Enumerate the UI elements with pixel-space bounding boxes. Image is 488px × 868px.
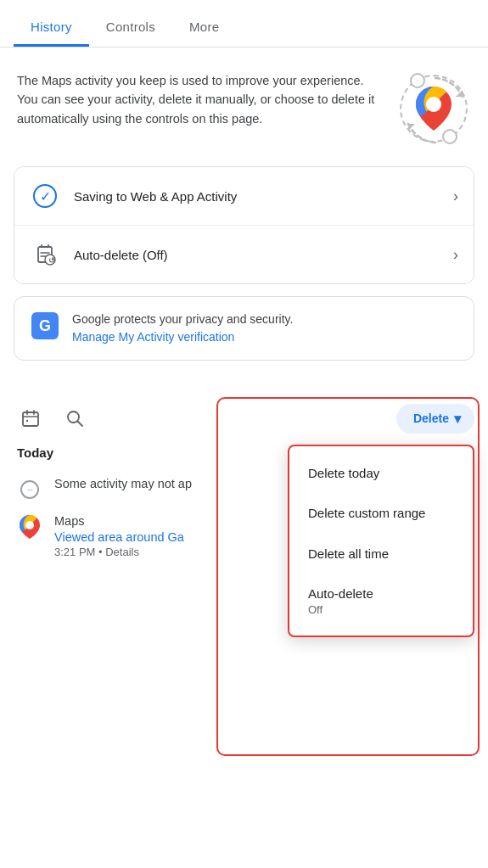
svg-line-16 bbox=[78, 422, 83, 427]
gray-dot-icon bbox=[20, 480, 39, 499]
svg-point-14 bbox=[26, 420, 28, 422]
maps-activity-separator: • bbox=[98, 546, 105, 558]
svg-text:↺: ↺ bbox=[48, 256, 55, 265]
activity-info-text: Some activity may not ap bbox=[54, 477, 192, 490]
maps-activity-time: 3:21 PM bbox=[54, 546, 95, 558]
check-circle-icon: ✓ bbox=[30, 181, 60, 211]
hero-section: The Maps activity you keep is used to im… bbox=[0, 48, 488, 166]
web-app-activity-label: Saving to Web & App Activity bbox=[74, 189, 453, 204]
auto-delete-sub-text: Off bbox=[308, 603, 454, 618]
hero-description: The Maps activity you keep is used to im… bbox=[17, 71, 379, 128]
delete-dropdown-wrapper: Delete ▾ Delete today Delete custom rang… bbox=[396, 404, 474, 434]
maps-activity-icon bbox=[17, 514, 42, 540]
tab-controls[interactable]: Controls bbox=[89, 6, 172, 47]
google-shield-icon: G bbox=[30, 311, 60, 341]
auto-delete-icon: ↺ bbox=[30, 239, 60, 270]
auto-delete-chevron-icon: › bbox=[453, 246, 458, 264]
tabs-bar: History Controls More bbox=[0, 0, 488, 48]
auto-delete-row[interactable]: ↺ Auto-delete (Off) › bbox=[14, 225, 474, 283]
web-app-activity-row[interactable]: ✓ Saving to Web & App Activity › bbox=[14, 167, 474, 225]
search-icon[interactable] bbox=[58, 401, 92, 435]
settings-cards: ✓ Saving to Web & App Activity › ↺ Auto-… bbox=[0, 166, 488, 395]
privacy-text: Google protects your privacy and securit… bbox=[72, 311, 293, 346]
delete-button-label: Delete bbox=[413, 412, 449, 425]
calendar-icon[interactable] bbox=[14, 401, 48, 435]
maps-circle-icon bbox=[400, 75, 468, 143]
activity-card-group: ✓ Saving to Web & App Activity › ↺ Auto-… bbox=[14, 166, 474, 284]
delete-container: Delete ▾ Delete today Delete custom rang… bbox=[102, 404, 474, 434]
auto-delete-label: Auto-delete (Off) bbox=[74, 248, 453, 262]
svg-point-17 bbox=[25, 521, 34, 529]
activity-toolbar: Delete ▾ Delete today Delete custom rang… bbox=[0, 395, 488, 442]
delete-today-item[interactable]: Delete today bbox=[289, 453, 473, 494]
delete-chevron-icon: ▾ bbox=[454, 411, 461, 427]
delete-custom-range-item[interactable]: Delete custom range bbox=[289, 493, 473, 534]
svg-rect-10 bbox=[23, 412, 38, 426]
tab-more[interactable]: More bbox=[172, 6, 236, 47]
delete-button[interactable]: Delete ▾ bbox=[396, 404, 474, 434]
delete-all-time-item[interactable]: Delete all time bbox=[289, 534, 473, 574]
rotation-arrows-icon bbox=[396, 71, 474, 149]
web-app-chevron-icon: › bbox=[453, 188, 458, 205]
privacy-card: G Google protects your privacy and secur… bbox=[14, 296, 474, 361]
auto-delete-item-label: Auto-delete bbox=[308, 586, 373, 601]
maps-logo-container bbox=[396, 71, 471, 146]
auto-delete-item[interactable]: Auto-delete Off bbox=[289, 574, 473, 629]
activity-info-icon bbox=[17, 477, 42, 502]
tab-history[interactable]: History bbox=[14, 6, 89, 47]
maps-activity-details: Details bbox=[105, 546, 139, 558]
manage-activity-link[interactable]: Manage My Activity verification bbox=[72, 330, 234, 344]
delete-dropdown-menu: Delete today Delete custom range Delete … bbox=[288, 445, 474, 638]
maps-activity-link[interactable]: Viewed area around Ga bbox=[54, 530, 184, 544]
